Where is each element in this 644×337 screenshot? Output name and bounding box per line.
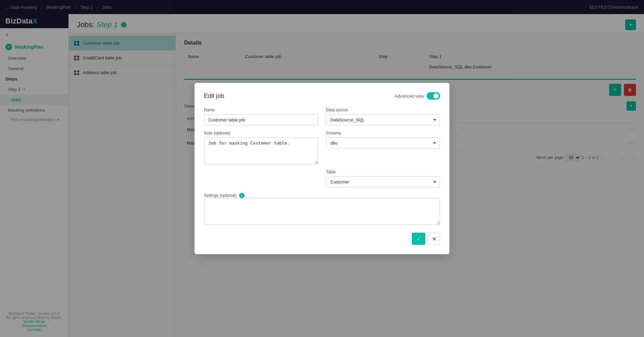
close-icon: ✕ bbox=[432, 236, 436, 242]
confirm-button[interactable]: ✓ bbox=[412, 233, 425, 245]
settings-label: Settings (optional) i bbox=[204, 193, 440, 198]
cancel-button[interactable]: ✕ bbox=[428, 233, 440, 245]
advanced-view-toggle-group: Advanced view bbox=[395, 92, 440, 100]
edit-job-modal: Edit job Advanced view Name Data source … bbox=[195, 83, 449, 254]
schema-label: Schema bbox=[326, 131, 440, 135]
modal-form: Name Data source DataSource_SQL Note (op… bbox=[204, 108, 440, 226]
name-input[interactable] bbox=[204, 114, 318, 125]
form-group-schema: Schema dbo bbox=[326, 131, 440, 164]
datasource-label: Data source bbox=[326, 108, 440, 112]
datasource-select[interactable]: DataSource_SQL bbox=[326, 114, 440, 125]
table-label: Table bbox=[326, 170, 440, 174]
form-group-table: Table Customer bbox=[326, 170, 440, 187]
note-textarea[interactable]: Job for masking Customer table. bbox=[204, 137, 318, 164]
form-group-note: Note (optional) Job for masking Customer… bbox=[204, 131, 318, 164]
table-select[interactable]: Customer bbox=[326, 176, 440, 187]
modal-footer: ✓ ✕ bbox=[204, 233, 440, 245]
modal-header: Edit job Advanced view bbox=[204, 92, 440, 100]
form-group-datasource: Data source DataSource_SQL bbox=[326, 108, 440, 125]
settings-textarea[interactable] bbox=[204, 198, 440, 225]
schema-select[interactable]: dbo bbox=[326, 137, 440, 149]
advanced-view-label: Advanced view bbox=[395, 94, 424, 99]
form-group-name: Name bbox=[204, 108, 318, 125]
modal-title: Edit job bbox=[204, 93, 224, 100]
note-label: Note (optional) bbox=[204, 131, 318, 135]
advanced-view-toggle[interactable] bbox=[427, 92, 440, 100]
settings-info-icon[interactable]: i bbox=[239, 193, 245, 198]
modal-overlay[interactable]: Edit job Advanced view Name Data source … bbox=[0, 0, 644, 337]
form-group-settings: Settings (optional) i bbox=[204, 193, 440, 226]
name-label: Name bbox=[204, 108, 318, 112]
check-icon: ✓ bbox=[417, 236, 421, 242]
